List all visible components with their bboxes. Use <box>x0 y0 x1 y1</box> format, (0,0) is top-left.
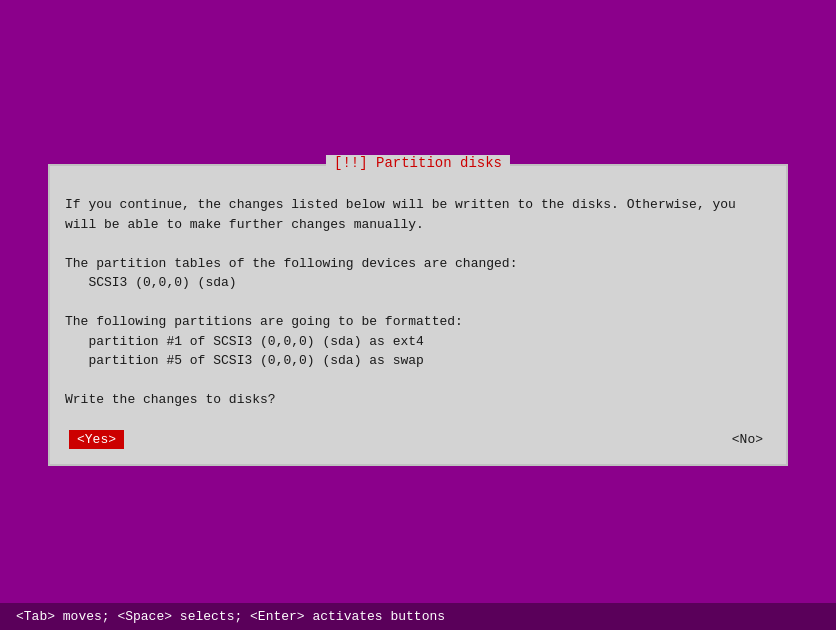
dialog-body: If you continue, the changes listed belo… <box>49 175 787 465</box>
dialog-container: [!!] Partition disks If you continue, th… <box>48 164 788 466</box>
left-border <box>49 165 50 465</box>
yes-button[interactable]: <Yes> <box>69 430 124 449</box>
dialog-title: [!!] Partition disks <box>334 155 502 171</box>
dialog-title-bar: [!!] Partition disks <box>326 155 510 171</box>
status-bar-text: <Tab> moves; <Space> selects; <Enter> ac… <box>16 609 445 624</box>
bottom-border <box>49 464 787 465</box>
no-button[interactable]: <No> <box>728 430 767 449</box>
right-border <box>786 165 787 465</box>
status-bar: <Tab> moves; <Space> selects; <Enter> ac… <box>0 603 836 630</box>
dialog-body-text: If you continue, the changes listed belo… <box>65 195 771 410</box>
dialog-buttons: <Yes> <No> <box>65 430 771 449</box>
screen: [!!] Partition disks If you continue, th… <box>0 0 836 630</box>
